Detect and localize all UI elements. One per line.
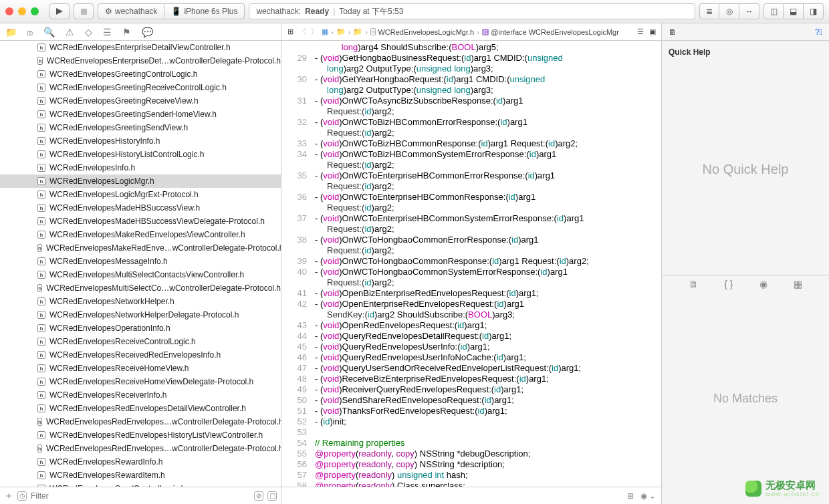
file-row[interactable]: hWCRedEnvelopesGreetingControlLogic.h xyxy=(0,68,281,81)
file-row[interactable]: hWCRedEnvelopesMultiSelectContactsViewCo… xyxy=(0,268,281,281)
filter-recent-button[interactable]: ◷ xyxy=(17,491,27,501)
file-row[interactable]: hWCRedEnvelopesReceiveHomeViewDelegate-P… xyxy=(0,375,281,388)
header-file-icon: h xyxy=(37,97,45,105)
file-row[interactable]: hWCRedEnvelopesHistoryListControlLogic.h xyxy=(0,148,281,161)
file-name-label: WCRedEnvelopesMakeRedEnve…wControllerDel… xyxy=(46,243,281,253)
file-row[interactable]: hWCRedEnvelopesHistoryInfo.h xyxy=(0,134,281,148)
file-row[interactable]: hWCRedEnvelopesRedEnvelopes…wControllerD… xyxy=(0,415,281,428)
test-navigator-tab[interactable]: ◇ xyxy=(85,27,92,37)
file-name-label: WCRedEnvelopesRewardItem.h xyxy=(49,471,165,480)
file-name-label: WCRedEnvelopesNetworkHelperDelegate-Prot… xyxy=(49,310,239,320)
library-code-snippets-tab[interactable]: { } xyxy=(724,279,733,289)
quick-help-tab[interactable]: ?⃝ xyxy=(815,27,822,37)
watermark: 无极安卓网 www.wjhotel.cn xyxy=(745,479,820,497)
file-row[interactable]: hWCRedEnvelopesMakeRedEnvelopesViewContr… xyxy=(0,228,281,241)
library-media-tab[interactable]: ▦ xyxy=(794,279,802,289)
header-file-icon: h xyxy=(37,110,45,118)
project-navigator-tab[interactable]: 📁 xyxy=(5,27,17,37)
file-row[interactable]: hWCRedEnvelopesLogicMgrExt-Protocol.h xyxy=(0,188,281,201)
version-editor-button[interactable]: ↔ xyxy=(739,3,759,19)
file-inspector-tab[interactable]: 🗎 xyxy=(669,27,677,37)
file-row[interactable]: hWCRedEnvelopesOperationInfo.h xyxy=(0,322,281,335)
file-row[interactable]: hWCRedEnvelopesMadeHBSuccessView.h xyxy=(0,201,281,215)
file-row[interactable]: hWCRedEnvelopesRedEnvelopesDetailViewCon… xyxy=(0,402,281,415)
issue-navigator-tab[interactable]: ⚠︎ xyxy=(66,27,74,37)
file-row[interactable]: hWCRedEnvelopesRedEnvelopes…wControllerD… xyxy=(0,442,281,455)
minimize-window-button[interactable] xyxy=(18,7,26,15)
document-items-icon[interactable]: ☰ xyxy=(636,27,645,37)
file-name-label: WCRedEnvelopesHistoryListControlLogic.h xyxy=(49,150,204,159)
file-row[interactable]: hWCRedEnvelopesLogicMgr.h xyxy=(0,174,281,188)
breadcrumb-project[interactable]: ▦ xyxy=(322,27,328,36)
file-row[interactable]: hWCRedEnvelopesGreetingReceiveView.h xyxy=(0,94,281,108)
destination-selector[interactable]: 📱iPhone 6s Plus xyxy=(164,3,245,19)
file-row[interactable]: hWCRedEnvelopesRewardItem.h xyxy=(0,469,281,482)
header-file-icon: h xyxy=(37,137,45,145)
file-row[interactable]: hWCRedEnvelopesRedEnvelopesHistoryListVi… xyxy=(0,428,281,442)
forward-button[interactable]: 〉 xyxy=(310,27,319,37)
filter-scm-button[interactable]: ⊘ xyxy=(254,491,263,501)
file-row[interactable]: hWCRedEnvelopesEnterpriseDet…wController… xyxy=(0,54,281,68)
header-file-icon: h xyxy=(37,217,45,225)
add-button[interactable]: ＋ xyxy=(4,490,13,502)
breadcrumb-file[interactable]: h WCRedEnvelopesLogicMgr.h xyxy=(370,28,474,36)
file-row[interactable]: hWCRedEnvelopesInfo.h xyxy=(0,161,281,174)
header-file-icon: h xyxy=(37,57,43,65)
file-row[interactable]: hWCRedEnvelopesSendControlLogic.h xyxy=(0,482,281,487)
file-row[interactable]: hWCRedEnvelopesNetworkHelper.h xyxy=(0,295,281,308)
library-file-templates-tab[interactable]: 🗎 xyxy=(689,279,698,289)
file-name-label: WCRedEnvelopesInfo.h xyxy=(49,163,135,172)
file-row[interactable]: hWCRedEnvelopesGreetingSendView.h xyxy=(0,121,281,134)
file-row[interactable]: hWCRedEnvelopesReceiveHomeView.h xyxy=(0,362,281,375)
editor-bottom-bar: ⊞ ◉ ⌄ xyxy=(281,487,661,504)
file-row[interactable]: hWCRedEnvelopesMakeRedEnve…wControllerDe… xyxy=(0,241,281,255)
file-row[interactable]: hWCRedEnvelopesNetworkHelperDelegate-Pro… xyxy=(0,308,281,322)
filter-input[interactable] xyxy=(31,491,250,501)
debug-navigator-tab[interactable]: ☰ xyxy=(103,27,112,37)
report-navigator-tab[interactable]: 💬 xyxy=(142,27,153,37)
library-objects-tab[interactable]: ◉ xyxy=(759,279,767,289)
file-list[interactable]: hWCRedEnvelopesEnterpriseDetailViewContr… xyxy=(0,41,281,487)
file-row[interactable]: hWCRedEnvelopesEnterpriseDetailViewContr… xyxy=(0,41,281,54)
file-row[interactable]: hWCRedEnvelopesReceiveControlLogic.h xyxy=(0,335,281,348)
standard-editor-button[interactable]: ≣ xyxy=(699,3,719,19)
scheme-selector[interactable]: ⚙︎wechathack xyxy=(98,3,164,19)
file-row[interactable]: hWCRedEnvelopesRewardInfo.h xyxy=(0,455,281,469)
find-navigator-tab[interactable]: 🔍 xyxy=(43,27,55,37)
breakpoint-navigator-tab[interactable]: ⚑ xyxy=(122,27,131,37)
file-row[interactable]: hWCRedEnvelopesGreetingSenderHomeView.h xyxy=(0,108,281,121)
toggle-debug-button[interactable]: ⬓ xyxy=(784,3,804,19)
header-file-icon: h xyxy=(37,284,42,292)
filter-scope-button[interactable]: ▢ xyxy=(267,491,277,501)
breadcrumb-folder1[interactable]: 📁 xyxy=(336,27,346,36)
svg-marker-0 xyxy=(56,8,63,15)
file-row[interactable]: hWCRedEnvelopesReceiverInfo.h xyxy=(0,388,281,402)
file-name-label: WCRedEnvelopesLogicMgrExt-Protocol.h xyxy=(49,190,199,199)
jump-bar[interactable]: ⊞ 〈 〉 ▦ › 📁 › 📁 › h WCRedEnvelopesLogicM… xyxy=(281,23,661,41)
file-row[interactable]: hWCRedEnvelopesGreetingReceiveControlLog… xyxy=(0,81,281,94)
toggle-navigator-button[interactable]: ◫ xyxy=(763,3,784,19)
close-window-button[interactable] xyxy=(5,7,13,15)
file-row[interactable]: hWCRedEnvelopesReceivedRedEnvelopesInfo.… xyxy=(0,348,281,362)
file-name-label: WCRedEnvelopesMakeRedEnvelopesViewContro… xyxy=(49,230,245,239)
file-name-label: WCRedEnvelopesGreetingReceiveControlLogi… xyxy=(49,83,227,92)
code-editor[interactable]: 2930313233343536373839404142434445464748… xyxy=(281,41,661,487)
header-file-icon: h xyxy=(37,150,45,158)
stop-button[interactable] xyxy=(74,3,94,19)
issues-icon[interactable]: ◉ ⌄ xyxy=(640,491,656,501)
file-name-label: WCRedEnvelopesReceiveControlLogic.h xyxy=(49,337,196,346)
file-row[interactable]: hWCRedEnvelopesMultiSelectCo…wController… xyxy=(0,281,281,295)
file-row[interactable]: hWCRedEnvelopesMessageInfo.h xyxy=(0,255,281,268)
file-row[interactable]: hWCRedEnvelopesMadeHBSuccessViewDelegate… xyxy=(0,215,281,228)
run-button[interactable] xyxy=(49,3,70,19)
related-items-icon[interactable]: ⊞ xyxy=(285,27,295,37)
breadcrumb-folder2[interactable]: 📁 xyxy=(353,27,362,36)
back-button[interactable]: 〈 xyxy=(298,27,307,37)
zoom-window-button[interactable] xyxy=(31,7,39,15)
breadcrumb-symbol[interactable]: C @interface WCRedEnvelopesLogicMgr xyxy=(482,28,619,36)
toggle-inspector-button[interactable]: ◨ xyxy=(804,3,824,19)
grid-icon[interactable]: ⊞ xyxy=(627,491,634,501)
assistant-editor-button[interactable]: ◎ xyxy=(719,3,739,19)
symbol-navigator-tab[interactable]: ⎄ xyxy=(27,27,33,37)
counterparts-icon[interactable]: ▣ xyxy=(648,27,657,37)
